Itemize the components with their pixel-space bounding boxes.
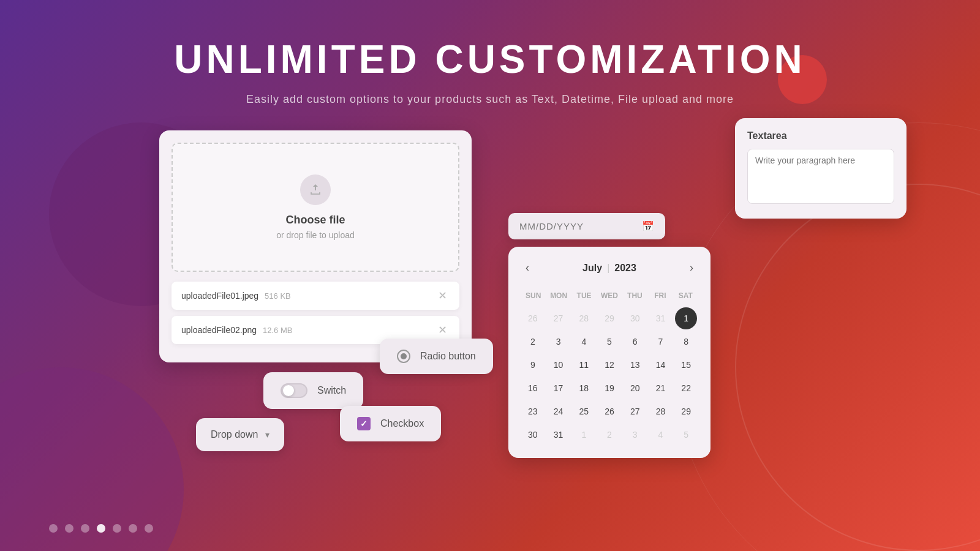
pagination-dot-3[interactable] bbox=[81, 524, 89, 533]
checkbox-label: Checkbox bbox=[380, 418, 424, 429]
cal-day-next-3[interactable]: 3 bbox=[624, 424, 646, 446]
cal-day-prev-26[interactable]: 26 bbox=[522, 307, 544, 329]
cal-day-next-2[interactable]: 2 bbox=[598, 424, 620, 446]
cal-day-10[interactable]: 10 bbox=[548, 354, 570, 376]
radio-inner bbox=[401, 353, 407, 359]
cal-separator: | bbox=[607, 263, 609, 274]
cal-day-prev-29[interactable]: 29 bbox=[598, 307, 620, 329]
file-size-2: 12.6 MB bbox=[263, 326, 292, 335]
radio-label: Radio button bbox=[420, 351, 476, 362]
cal-day-15[interactable]: 15 bbox=[675, 354, 697, 376]
file-name-2: uploadedFile02.png bbox=[181, 325, 257, 335]
page-subtitle: Easily add custom options to your produc… bbox=[0, 93, 980, 106]
cal-day-19[interactable]: 19 bbox=[598, 377, 620, 399]
checkbox-widget[interactable]: ✓ Checkbox bbox=[340, 406, 441, 441]
cal-day-8[interactable]: 8 bbox=[675, 331, 697, 353]
switch-label: Switch bbox=[317, 385, 346, 396]
cal-days: 26 27 28 29 30 31 1 2 3 4 5 6 7 8 9 10 1… bbox=[521, 307, 698, 446]
date-input-widget[interactable]: 📅 bbox=[508, 213, 665, 239]
chevron-down-icon: ▾ bbox=[265, 430, 270, 440]
pagination-dot-4[interactable] bbox=[97, 524, 105, 533]
pagination bbox=[49, 524, 153, 533]
cal-day-30[interactable]: 30 bbox=[522, 424, 544, 446]
pagination-dot-6[interactable] bbox=[129, 524, 137, 533]
calendar-next-button[interactable]: › bbox=[685, 259, 698, 277]
cal-day-next-5[interactable]: 5 bbox=[675, 424, 697, 446]
cal-day-14[interactable]: 14 bbox=[649, 354, 671, 376]
cal-day-5[interactable]: 5 bbox=[598, 331, 620, 353]
cal-day-26[interactable]: 26 bbox=[598, 400, 620, 422]
weekday-mon: MON bbox=[546, 289, 571, 302]
cal-day-7[interactable]: 7 bbox=[649, 331, 671, 353]
dropzone[interactable]: Choose file or drop file to upload bbox=[172, 143, 459, 272]
cal-day-prev-27[interactable]: 27 bbox=[548, 307, 570, 329]
cal-day-18[interactable]: 18 bbox=[573, 377, 595, 399]
pagination-dot-1[interactable] bbox=[49, 524, 58, 533]
cal-year: 2023 bbox=[614, 263, 636, 274]
cal-day-23[interactable]: 23 bbox=[522, 400, 544, 422]
pagination-dot-2[interactable] bbox=[65, 524, 74, 533]
file-info-1: uploadedFile01.jpeg 516 KB bbox=[181, 291, 291, 301]
radio-widget[interactable]: Radio button bbox=[380, 339, 493, 374]
cal-day-1[interactable]: 1 bbox=[675, 307, 697, 329]
drop-text: or drop file to upload bbox=[191, 230, 440, 240]
file-info-2: uploadedFile02.png 12.6 MB bbox=[181, 325, 292, 335]
weekday-fri: FRI bbox=[647, 289, 673, 302]
file-upload-widget: Choose file or drop file to upload uploa… bbox=[159, 130, 472, 362]
remove-file-1-button[interactable]: ✕ bbox=[435, 289, 450, 302]
cal-day-27[interactable]: 27 bbox=[624, 400, 646, 422]
cal-day-11[interactable]: 11 bbox=[573, 354, 595, 376]
checkbox-box[interactable]: ✓ bbox=[357, 417, 371, 430]
cal-day-prev-30[interactable]: 30 bbox=[624, 307, 646, 329]
cal-day-2[interactable]: 2 bbox=[522, 331, 544, 353]
weekday-thu: THU bbox=[622, 289, 647, 302]
dropdown-widget[interactable]: Drop down ▾ bbox=[196, 418, 284, 451]
cal-month: July bbox=[582, 263, 602, 274]
switch-track[interactable] bbox=[281, 383, 307, 398]
calendar-header: ‹ July | 2023 › bbox=[521, 259, 698, 277]
radio-outer[interactable] bbox=[397, 350, 410, 363]
file-size-1: 516 KB bbox=[265, 291, 291, 301]
cal-day-25[interactable]: 25 bbox=[573, 400, 595, 422]
cal-day-prev-28[interactable]: 28 bbox=[573, 307, 595, 329]
cal-day-prev-31[interactable]: 31 bbox=[649, 307, 671, 329]
cal-weekdays: SUN MON TUE WED THU FRI SAT bbox=[521, 289, 698, 302]
cal-day-3[interactable]: 3 bbox=[548, 331, 570, 353]
textarea-widget: Textarea bbox=[735, 118, 907, 219]
date-input-field[interactable] bbox=[519, 221, 636, 231]
cal-day-13[interactable]: 13 bbox=[624, 354, 646, 376]
cal-day-22[interactable]: 22 bbox=[675, 377, 697, 399]
cal-day-12[interactable]: 12 bbox=[598, 354, 620, 376]
cal-day-next-1[interactable]: 1 bbox=[573, 424, 595, 446]
cal-day-next-4[interactable]: 4 bbox=[649, 424, 671, 446]
file-item-1: uploadedFile01.jpeg 516 KB ✕ bbox=[172, 282, 459, 310]
cal-day-6[interactable]: 6 bbox=[624, 331, 646, 353]
textarea-field[interactable] bbox=[747, 149, 894, 204]
cal-day-16[interactable]: 16 bbox=[522, 377, 544, 399]
weekday-sun: SUN bbox=[521, 289, 546, 302]
pagination-dot-7[interactable] bbox=[145, 524, 153, 533]
pagination-dot-5[interactable] bbox=[113, 524, 121, 533]
cal-day-20[interactable]: 20 bbox=[624, 377, 646, 399]
cal-day-21[interactable]: 21 bbox=[649, 377, 671, 399]
header: UNLIMITED CUSTOMIZATION Easily add custo… bbox=[0, 0, 980, 118]
cal-month-year: July | 2023 bbox=[582, 263, 636, 274]
calendar-grid: SUN MON TUE WED THU FRI SAT 26 27 28 29 … bbox=[521, 289, 698, 446]
calendar-small-icon: 📅 bbox=[642, 220, 654, 232]
cal-day-4[interactable]: 4 bbox=[573, 331, 595, 353]
textarea-label: Textarea bbox=[747, 130, 894, 141]
weekday-tue: TUE bbox=[571, 289, 597, 302]
checkmark-icon: ✓ bbox=[360, 419, 368, 429]
page-title: UNLIMITED CUSTOMIZATION bbox=[0, 37, 980, 82]
upload-icon-circle bbox=[300, 174, 331, 205]
cal-day-29[interactable]: 29 bbox=[675, 400, 697, 422]
remove-file-2-button[interactable]: ✕ bbox=[435, 323, 450, 337]
cal-day-24[interactable]: 24 bbox=[548, 400, 570, 422]
cal-day-28[interactable]: 28 bbox=[649, 400, 671, 422]
switch-thumb bbox=[283, 385, 294, 396]
cal-day-17[interactable]: 17 bbox=[548, 377, 570, 399]
switch-widget[interactable]: Switch bbox=[263, 372, 363, 409]
cal-day-31[interactable]: 31 bbox=[548, 424, 570, 446]
calendar-prev-button[interactable]: ‹ bbox=[521, 259, 534, 277]
cal-day-9[interactable]: 9 bbox=[522, 354, 544, 376]
